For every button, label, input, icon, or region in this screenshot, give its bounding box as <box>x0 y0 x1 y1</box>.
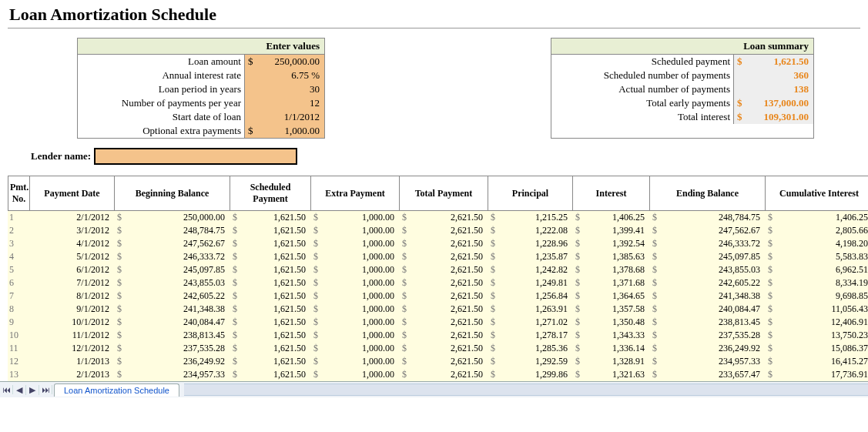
cell[interactable]: $1,299.86 <box>488 368 572 381</box>
cell[interactable]: 4/1/2012 <box>29 237 114 250</box>
cell[interactable]: $1,621.50 <box>230 224 310 237</box>
table-row[interactable]: 121/1/2013$236,249.92$1,621.50$1,000.00$… <box>8 355 868 368</box>
table-row[interactable]: 132/1/2013$234,957.33$1,621.50$1,000.00$… <box>8 368 868 381</box>
cell[interactable]: $1,242.82 <box>488 263 572 276</box>
table-row[interactable]: 67/1/2012$243,855.03$1,621.50$1,000.00$2… <box>8 276 868 290</box>
cell[interactable]: $5,583.83 <box>765 250 868 263</box>
cell[interactable]: $248,784.75 <box>649 211 765 224</box>
cell[interactable]: 7/1/2012 <box>29 276 114 290</box>
prev-sheet-icon[interactable]: ◀ <box>13 385 26 395</box>
cell[interactable]: $1,228.96 <box>488 237 572 250</box>
cell[interactable]: $243,855.03 <box>114 276 230 290</box>
cell[interactable]: $247,562.67 <box>649 224 765 237</box>
cell[interactable]: $1,278.17 <box>488 329 572 342</box>
cell[interactable]: $16,415.27 <box>765 355 868 368</box>
first-sheet-icon[interactable]: ⏮ <box>0 385 13 394</box>
cell[interactable]: $1,621.50 <box>230 342 310 355</box>
cell[interactable]: $238,813.45 <box>649 316 765 329</box>
cell[interactable]: $1,621.50 <box>230 290 310 303</box>
cell[interactable]: $238,813.45 <box>114 329 230 342</box>
cell[interactable]: $246,333.72 <box>649 237 765 250</box>
cell[interactable]: $2,621.50 <box>399 316 488 329</box>
cell[interactable]: 3 <box>8 237 29 250</box>
cell[interactable]: $241,348.38 <box>114 303 230 316</box>
cell[interactable]: $1,350.48 <box>572 316 649 329</box>
lender-name-input[interactable] <box>94 148 297 165</box>
cell[interactable]: $1,406.25 <box>765 211 868 224</box>
cell[interactable]: $12,406.91 <box>765 316 868 329</box>
cell[interactable]: $1,399.41 <box>572 224 649 237</box>
cell[interactable]: $248,784.75 <box>114 224 230 237</box>
cell[interactable]: $2,621.50 <box>399 250 488 263</box>
cell[interactable]: $240,084.47 <box>114 316 230 329</box>
cell[interactable]: $1,000.00 <box>310 290 399 303</box>
cell[interactable]: $241,348.38 <box>649 290 765 303</box>
horizontal-scrollbar[interactable] <box>184 383 868 396</box>
cell[interactable]: $1,235.87 <box>488 250 572 263</box>
cell[interactable]: $2,621.50 <box>399 237 488 250</box>
cell[interactable]: 12/1/2012 <box>29 342 114 355</box>
cell[interactable]: $1,000.00 <box>310 263 399 276</box>
table-row[interactable]: 56/1/2012$245,097.85$1,621.50$1,000.00$2… <box>8 263 868 276</box>
cell[interactable]: $242,605.22 <box>649 276 765 290</box>
cell[interactable]: $1,271.02 <box>488 316 572 329</box>
cell[interactable]: 3/1/2012 <box>29 224 114 237</box>
cell[interactable]: $1,621.50 <box>230 316 310 329</box>
cell[interactable]: $240,084.47 <box>649 303 765 316</box>
cell[interactable]: $234,957.33 <box>114 368 230 381</box>
cell[interactable]: $1,621.50 <box>230 276 310 290</box>
cell[interactable]: $1,000.00 <box>310 368 399 381</box>
cell[interactable]: 2/1/2013 <box>29 368 114 381</box>
cell[interactable]: $8,334.19 <box>765 276 868 290</box>
cell[interactable]: 10 <box>8 329 29 342</box>
cell[interactable]: $1,621.50 <box>230 263 310 276</box>
cell[interactable]: $1,222.08 <box>488 224 572 237</box>
cell[interactable]: $1,336.14 <box>572 342 649 355</box>
cell[interactable]: 5/1/2012 <box>29 250 114 263</box>
cell[interactable]: $2,621.50 <box>399 368 488 381</box>
cell[interactable]: 6 <box>8 276 29 290</box>
cell[interactable]: $1,621.50 <box>230 368 310 381</box>
cell[interactable]: $1,000.00 <box>310 342 399 355</box>
cell[interactable]: $1,000.00 <box>310 303 399 316</box>
cell[interactable]: $237,535.28 <box>649 329 765 342</box>
table-row[interactable]: 12/1/2012$250,000.00$1,621.50$1,000.00$2… <box>8 211 868 224</box>
cell[interactable]: $1,621.50 <box>230 237 310 250</box>
start-date-input[interactable]: 1/1/2012 <box>244 110 324 124</box>
table-row[interactable]: 910/1/2012$240,084.47$1,621.50$1,000.00$… <box>8 316 868 329</box>
cell[interactable]: $17,736.91 <box>765 368 868 381</box>
table-row[interactable]: 23/1/2012$248,784.75$1,621.50$1,000.00$2… <box>8 224 868 237</box>
cell[interactable]: $4,198.20 <box>765 237 868 250</box>
cell[interactable]: 2/1/2012 <box>29 211 114 224</box>
cell[interactable]: $2,621.50 <box>399 290 488 303</box>
cell[interactable]: $245,097.85 <box>649 250 765 263</box>
cell[interactable]: $242,605.22 <box>114 290 230 303</box>
cell[interactable]: $11,056.43 <box>765 303 868 316</box>
cell[interactable]: $1,000.00 <box>310 224 399 237</box>
cell[interactable]: 11 <box>8 342 29 355</box>
cell[interactable]: $13,750.23 <box>765 329 868 342</box>
cell[interactable]: $15,086.37 <box>765 342 868 355</box>
cell[interactable]: 8/1/2012 <box>29 290 114 303</box>
cell[interactable]: 4 <box>8 250 29 263</box>
per-year-input[interactable]: 12 <box>244 96 324 110</box>
cell[interactable]: $1,406.25 <box>572 211 649 224</box>
cell[interactable]: $1,000.00 <box>310 250 399 263</box>
cell[interactable]: 1/1/2013 <box>29 355 114 368</box>
cell[interactable]: $1,371.68 <box>572 276 649 290</box>
cell[interactable]: $2,621.50 <box>399 355 488 368</box>
cell[interactable]: $2,621.50 <box>399 211 488 224</box>
cell[interactable]: $236,249.92 <box>649 342 765 355</box>
cell[interactable]: 2 <box>8 224 29 237</box>
cell[interactable]: 12 <box>8 355 29 368</box>
cell[interactable]: $1,328.91 <box>572 355 649 368</box>
extra-input[interactable]: $1,000.00 <box>244 124 324 138</box>
cell[interactable]: $250,000.00 <box>114 211 230 224</box>
cell[interactable]: $233,657.47 <box>649 368 765 381</box>
cell[interactable]: $1,263.91 <box>488 303 572 316</box>
sheet-tab[interactable]: Loan Amortization Schedule <box>54 383 179 397</box>
cell[interactable]: 9 <box>8 316 29 329</box>
next-sheet-icon[interactable]: ▶ <box>26 385 39 395</box>
table-row[interactable]: 34/1/2012$247,562.67$1,621.50$1,000.00$2… <box>8 237 868 250</box>
cell[interactable]: $1,285.36 <box>488 342 572 355</box>
